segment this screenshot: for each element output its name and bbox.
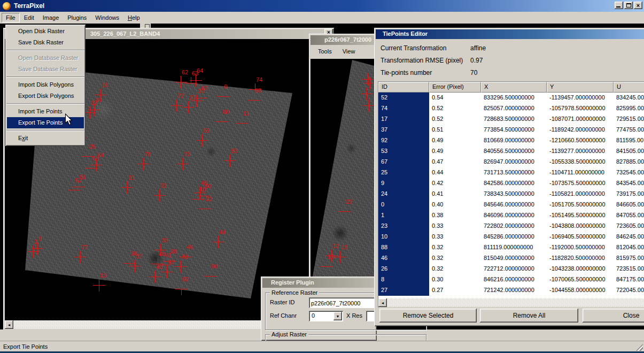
tie-point-label: 13 bbox=[341, 244, 347, 250]
table-row[interactable]: 240.41738343.500000000-1105821.000000000… bbox=[378, 189, 644, 199]
table-row[interactable]: 170.52728683.500000000-1087071.000000000… bbox=[378, 114, 644, 125]
table-row[interactable]: 530.49840556.500000000-1139277.000000000… bbox=[378, 146, 644, 157]
tie-point-marker[interactable]: 34 bbox=[88, 104, 100, 116]
tie-point-marker[interactable]: 22 bbox=[199, 203, 211, 215]
tie-point-marker[interactable]: 21 bbox=[182, 101, 195, 113]
cell-value: -1055338.500000000 bbox=[547, 157, 614, 167]
chevron-down-icon[interactable]: ▼ bbox=[333, 312, 342, 320]
tie-point-marker[interactable]: 31 bbox=[121, 181, 134, 194]
tie-point-marker[interactable]: 51 bbox=[73, 181, 85, 193]
raster-id-input[interactable] bbox=[309, 297, 376, 308]
tie-point-marker[interactable]: 16 bbox=[321, 260, 333, 273]
cell-value: -1189242.000000000 bbox=[547, 125, 614, 135]
title-bar[interactable]: TerraPixel × bbox=[0, 0, 644, 12]
table-row[interactable]: 370.51773854.500000000-1189242.000000000… bbox=[378, 125, 644, 135]
table-row[interactable]: 670.47826947.000000000-1055338.500000000… bbox=[378, 157, 644, 167]
tie-point-marker[interactable]: 78 bbox=[137, 158, 150, 170]
table-row[interactable]: 260.32722712.000000000-1043238.000000000… bbox=[378, 264, 644, 274]
tie-point-marker[interactable]: 44 bbox=[212, 236, 224, 248]
close-button[interactable]: × bbox=[634, 2, 642, 9]
tie-point-marker[interactable]: 42 bbox=[161, 266, 173, 278]
file-menu-exit[interactable]: Exit bbox=[7, 133, 84, 144]
file-menu-save-disk-raster[interactable]: Save Disk Raster bbox=[7, 37, 84, 48]
tie-point-marker[interactable] bbox=[361, 88, 373, 100]
minimize-button[interactable] bbox=[615, 2, 623, 9]
tie-point-marker[interactable]: 73 bbox=[177, 158, 189, 170]
table-row[interactable]: 230.33722802.000000000-1043808.000000000… bbox=[378, 221, 644, 232]
remove-selected-button[interactable]: Remove Selected bbox=[379, 309, 477, 323]
table-row[interactable]: 460.32815049.000000000-1182820.500000000… bbox=[378, 253, 644, 264]
menu-plugins[interactable]: Plugins bbox=[63, 13, 91, 22]
tiepoints-editor-dialog[interactable]: TiePoints Editor Current Transformation … bbox=[374, 28, 644, 326]
raster-window-reference-titlebar[interactable]: p226r067_7t2000 bbox=[311, 35, 375, 45]
file-menu-export-disk-polygons[interactable]: Export Disk Polygons bbox=[7, 90, 84, 102]
tie-point-marker[interactable]: 83 bbox=[224, 155, 236, 167]
column-header-u[interactable]: U bbox=[614, 82, 644, 93]
table-row[interactable]: 520.54833296.500000000-1139457.000000000… bbox=[378, 93, 644, 103]
tie-point-marker[interactable]: 22 bbox=[339, 205, 351, 218]
menu-help[interactable]: Help bbox=[123, 13, 144, 22]
table-row[interactable]: 920.49810669.000000000-1210660.500000000… bbox=[378, 135, 644, 146]
w2-menu-view[interactable]: View bbox=[338, 47, 360, 56]
register-plugin-dialog[interactable]: Register Plugin Reference Raster Raster … bbox=[261, 277, 377, 341]
w2-menu-tools[interactable]: Tools bbox=[314, 47, 336, 56]
tie-point-marker[interactable]: 93 bbox=[248, 94, 260, 106]
remove-all-button[interactable]: Remove All bbox=[480, 309, 578, 323]
cell-value: 825995.00 bbox=[614, 103, 644, 114]
column-header-id[interactable]: ID bbox=[378, 82, 429, 93]
tie-point-marker[interactable]: 53 bbox=[86, 162, 98, 174]
menu-file[interactable]: File bbox=[2, 13, 20, 22]
table-row[interactable]: 80.30846216.000000000-1070065.5000000008… bbox=[378, 274, 644, 285]
raster-canvas-reference[interactable]: 22121316 bbox=[311, 59, 375, 282]
tie-point-marker[interactable]: 64 bbox=[190, 74, 202, 87]
register-plugin-titlebar[interactable]: Register Plugin bbox=[262, 278, 375, 288]
cell-id: 92 bbox=[378, 135, 429, 146]
tie-point-marker[interactable]: 77 bbox=[74, 251, 87, 263]
tie-point-marker[interactable]: 43 bbox=[149, 271, 161, 283]
file-menu-open-disk-raster[interactable]: Open Disk Raster bbox=[7, 26, 84, 37]
table-horizontal-scrollbar[interactable]: ◄ bbox=[378, 298, 644, 307]
table-row[interactable]: 100.33845286.000000000-1069405.500000000… bbox=[378, 232, 644, 242]
table-row[interactable]: 00.40845646.000000000-1051705.5000000008… bbox=[378, 199, 644, 210]
tiepoints-editor-titlebar[interactable]: TiePoints Editor bbox=[376, 29, 644, 39]
cell-id: 88 bbox=[378, 242, 429, 253]
x-res-label: X Res bbox=[346, 312, 362, 319]
tie-point-marker[interactable]: 37 bbox=[129, 260, 141, 272]
tie-point-marker[interactable]: 88 bbox=[175, 260, 187, 273]
tie-point-marker[interactable]: 92 bbox=[175, 283, 188, 295]
table-row[interactable]: 10.38846096.000000000-1051495.5000000008… bbox=[378, 210, 644, 221]
menu-windows[interactable]: Windows bbox=[91, 13, 123, 22]
column-header-error-pixel-[interactable]: Error (Pixel) bbox=[429, 82, 481, 93]
maximize-button[interactable] bbox=[624, 2, 633, 9]
tiepoints-table[interactable]: IDError (Pixel)XYU 520.54833296.50000000… bbox=[378, 81, 644, 308]
tie-point-marker[interactable]: 13 bbox=[334, 251, 346, 263]
tie-point-marker[interactable]: 0 bbox=[217, 90, 229, 103]
raster-window-reference[interactable]: p226r067_7t2000 ToolsView 22121316 bbox=[309, 34, 377, 285]
column-header-y[interactable]: Y bbox=[547, 82, 614, 93]
menu-edit[interactable]: Edit bbox=[20, 13, 38, 22]
table-row[interactable]: 90.42842586.000000000-1073575.5000000008… bbox=[378, 178, 644, 189]
column-header-x[interactable]: X bbox=[481, 82, 547, 93]
cell-value: 811119.000000000 bbox=[481, 242, 547, 253]
file-menu-import-disk-polygons[interactable]: Import Disk Polygons bbox=[7, 79, 84, 90]
close-icon: × bbox=[637, 3, 640, 9]
resize-grip[interactable] bbox=[636, 344, 643, 351]
table-row[interactable]: 880.32811119.000000000-1192000.500000000… bbox=[378, 242, 644, 253]
table-row[interactable]: 270.27721242.000000000-1044558.000000000… bbox=[378, 285, 644, 296]
tie-point-marker[interactable] bbox=[363, 99, 375, 112]
tie-point-marker[interactable]: 11 bbox=[236, 117, 249, 129]
scroll-left-icon[interactable]: ◄ bbox=[5, 320, 13, 329]
tie-point-marker[interactable]: 59 bbox=[196, 134, 208, 147]
tie-point-marker[interactable]: 80 bbox=[216, 116, 228, 128]
table-row[interactable]: 740.52825057.000000000-1057978.500000000… bbox=[378, 103, 644, 114]
menu-image[interactable]: Image bbox=[38, 13, 64, 22]
tie-point-marker[interactable]: 90 bbox=[204, 270, 216, 282]
close-button[interactable]: Close bbox=[583, 309, 644, 323]
tie-point-marker[interactable]: 3 bbox=[32, 242, 44, 255]
tie-point-marker[interactable]: 72 bbox=[170, 99, 183, 112]
table-row[interactable]: 250.44731713.500000000-1104711.000000000… bbox=[378, 167, 644, 178]
ref-channel-select[interactable]: 0 ▼ bbox=[309, 311, 343, 321]
scroll-left-icon[interactable]: ◄ bbox=[378, 298, 387, 307]
tie-point-marker[interactable]: 32 bbox=[153, 189, 166, 202]
tie-point-marker[interactable]: 13 bbox=[93, 279, 105, 291]
